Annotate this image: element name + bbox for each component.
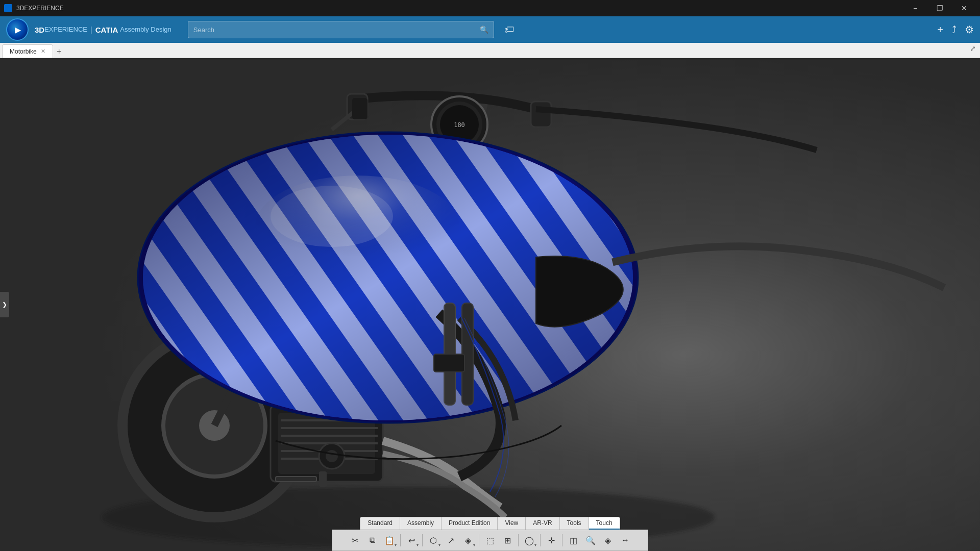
undo-tool[interactable]: ↩	[403, 532, 420, 548]
tab-bar: Motorbike ✕ + ⤢	[0, 43, 980, 58]
restore-button[interactable]: ❐	[928, 0, 951, 16]
title-text: 3DEXPERIENCE	[16, 5, 64, 12]
tool-separator	[540, 534, 541, 546]
svg-point-44	[326, 450, 338, 462]
bottom-toolbar: StandardAssemblyProduct EditionViewAR-VR…	[332, 517, 648, 551]
tool-separator	[479, 534, 479, 546]
brand-catia: CATIA	[95, 26, 118, 34]
sidebar-toggle-button[interactable]: ❯	[0, 292, 9, 317]
tool-separator	[400, 534, 401, 546]
tool-separator	[422, 534, 423, 546]
copy-tool[interactable]: ⧉	[364, 532, 380, 548]
close-button[interactable]: ✕	[952, 0, 976, 16]
search-icon[interactable]: 🔍	[480, 26, 488, 34]
toolbar-tab-view[interactable]: View	[498, 517, 526, 530]
toolbar-tab-tools[interactable]: Tools	[560, 517, 589, 530]
toolbar-tab-touch[interactable]: Touch	[589, 517, 620, 530]
svg-rect-41	[276, 477, 316, 482]
title-bar-left: 3DEXPERIENCE	[4, 4, 64, 12]
minimize-button[interactable]: −	[903, 0, 927, 16]
svg-text:180: 180	[454, 121, 465, 129]
tab-motorbike-label: Motorbike	[10, 48, 37, 55]
svg-rect-42	[319, 471, 327, 487]
select-tool[interactable]: ⬡	[425, 532, 442, 548]
tab-motorbike[interactable]: Motorbike ✕	[2, 44, 53, 58]
toolbar-icons: ✂⧉📋↩⬡↗◈⬚⊞◯✛◫🔍◈↔	[332, 530, 648, 551]
tool-separator	[562, 534, 562, 546]
title-bar: 3DEXPERIENCE − ❐ ✕	[0, 0, 980, 16]
viewport: 180	[0, 58, 980, 551]
bike-scene: 180	[0, 58, 980, 551]
tool-separator	[518, 534, 519, 546]
sidebar-toggle-icon: ❯	[2, 301, 7, 308]
brand-separator: |	[90, 26, 92, 34]
nav-bar: 3D EXPERIENCE | CATIA Assembly Design 🔍 …	[0, 16, 980, 43]
toolbar-tab-bar: StandardAssemblyProduct EditionViewAR-VR…	[360, 517, 620, 530]
compass-logo[interactable]	[6, 18, 29, 41]
brand-module: Assembly Design	[120, 26, 171, 34]
tab-close-icon[interactable]: ✕	[41, 48, 45, 55]
axis-tool[interactable]: ✛	[543, 532, 559, 548]
brand-experience: EXPERIENCE	[44, 26, 87, 34]
settings-button[interactable]: ⚙	[965, 23, 974, 36]
toolbar-tab-assembly[interactable]: Assembly	[400, 517, 442, 530]
svg-rect-22	[352, 98, 368, 119]
add-nav-button[interactable]: +	[937, 24, 943, 36]
distance-tool[interactable]: ↔	[617, 532, 633, 548]
tag-icon[interactable]: 🏷	[504, 24, 514, 36]
share-button[interactable]: ⤴	[951, 24, 957, 36]
toolbar-tab-product-edition[interactable]: Product Edition	[442, 517, 498, 530]
expand-button[interactable]: ⤢	[970, 44, 976, 53]
pointer-tool[interactable]: ↗	[443, 532, 459, 548]
brand-3d: 3D	[35, 26, 44, 34]
paste-tool[interactable]: 📋	[381, 532, 398, 548]
tab-add-button[interactable]: +	[53, 45, 65, 58]
svg-rect-40	[434, 354, 464, 372]
search-bar[interactable]: 🔍	[188, 21, 494, 38]
zoom-tool[interactable]: 🔍	[582, 532, 599, 548]
toolbar-tab-ar-vr[interactable]: AR-VR	[526, 517, 559, 530]
app-icon	[4, 4, 12, 12]
search-input[interactable]	[193, 26, 476, 34]
cut-tool[interactable]: ✂	[347, 532, 363, 548]
title-bar-controls: − ❐ ✕	[903, 0, 976, 16]
circle-tool[interactable]: ◯	[521, 532, 537, 548]
grid1-tool[interactable]: ⬚	[482, 532, 498, 548]
brand-name: 3D EXPERIENCE | CATIA Assembly Design	[35, 26, 172, 34]
nav-right: + ⤴ ⚙	[937, 23, 974, 36]
filter-tool[interactable]: ◈	[460, 532, 476, 548]
toolbar-tab-standard[interactable]: Standard	[360, 517, 400, 530]
svg-rect-20	[531, 102, 551, 127]
brand-logo	[6, 18, 29, 41]
section-tool[interactable]: ◫	[565, 532, 581, 548]
measure-tool[interactable]: ◈	[600, 532, 616, 548]
grid2-tool[interactable]: ⊞	[499, 532, 516, 548]
